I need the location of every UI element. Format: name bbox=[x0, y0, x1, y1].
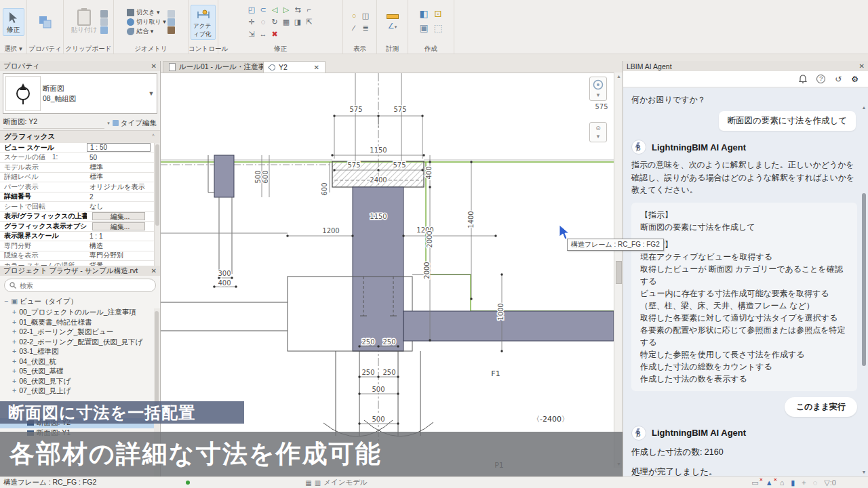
trim-icon[interactable]: ⌐ bbox=[304, 4, 315, 16]
property-value[interactable]: 標準 bbox=[87, 172, 160, 182]
property-value[interactable]: 構造 bbox=[87, 241, 160, 251]
pin-icon[interactable]: ⇱ bbox=[304, 16, 315, 28]
bulb-icon[interactable]: ○ bbox=[349, 10, 359, 22]
select-pinned-icon[interactable]: + bbox=[802, 479, 806, 487]
exclude-options-icon[interactable]: ▲× bbox=[766, 479, 773, 487]
property-value[interactable]: なし bbox=[87, 202, 160, 211]
cut-geometry-button[interactable]: 切り取り ▾ bbox=[127, 18, 165, 26]
scrollbar-thumb[interactable] bbox=[862, 193, 866, 366]
property-value[interactable]: 専門分野別 bbox=[87, 251, 160, 260]
selection-filter-icon[interactable]: ▽:0 bbox=[824, 479, 836, 487]
property-value[interactable]: 標準 bbox=[87, 163, 160, 172]
steering-wheel-control[interactable]: ▾ bbox=[589, 77, 607, 101]
ribbon-group-label[interactable]: 作成 bbox=[408, 44, 454, 54]
offset-icon[interactable]: ⊂ bbox=[258, 4, 269, 16]
tree-item[interactable]: +05_伏図_基礎 bbox=[0, 366, 160, 376]
extend-icon[interactable]: ↔ bbox=[258, 28, 269, 40]
property-row[interactable]: スケールの値 1: 50 bbox=[0, 153, 160, 163]
match-icon[interactable] bbox=[100, 26, 108, 34]
chevron-down-icon[interactable]: ▾ bbox=[107, 121, 110, 126]
delete-icon[interactable]: ✖ bbox=[269, 28, 280, 40]
tab-y2[interactable]: Y2 ✕ bbox=[263, 61, 326, 73]
scale-icon[interactable]: ◨ bbox=[292, 16, 303, 28]
modify-button[interactable]: 修正 bbox=[3, 8, 24, 36]
canvas-scrollbar[interactable]: ▲ ▼ bbox=[614, 73, 623, 468]
type-edit-button[interactable]: タイプ編集 bbox=[113, 119, 157, 128]
move-icon[interactable]: ✛ bbox=[246, 16, 257, 28]
run-button[interactable]: このまま実行 bbox=[785, 397, 857, 417]
property-value[interactable]: 1 : 50 bbox=[87, 143, 151, 152]
close-icon[interactable]: ✕ bbox=[151, 267, 157, 274]
mirror-axis-icon[interactable]: ◁ bbox=[269, 4, 280, 16]
activate-button[interactable]: アクティブ化 bbox=[191, 5, 216, 40]
wall-join-icon[interactable] bbox=[167, 18, 175, 26]
properties-icon[interactable] bbox=[37, 14, 54, 30]
tree-item[interactable]: +03-1_標準図 bbox=[0, 346, 160, 357]
property-row[interactable]: ビュー スケール 1 : 50 bbox=[0, 143, 160, 153]
close-icon[interactable]: ✕ bbox=[151, 62, 157, 70]
chevron-down-icon[interactable]: ▾ bbox=[597, 92, 600, 98]
chevron-down-icon[interactable]: ▾ bbox=[597, 133, 600, 140]
create-similar-icon[interactable]: ⊡ bbox=[431, 8, 445, 22]
create-group-icon[interactable]: ◧ bbox=[417, 8, 431, 22]
editable-only-icon[interactable]: ▭× bbox=[751, 479, 758, 487]
ribbon-group-label[interactable]: コントロール bbox=[189, 44, 218, 54]
tab-rule01[interactable]: ルール01 - ルール・注意事項 bbox=[163, 61, 279, 73]
tab-close-icon[interactable]: ✕ bbox=[314, 64, 319, 71]
property-value[interactable]: オリジナルを表示 bbox=[87, 182, 160, 192]
tree-item[interactable]: +00_プロジェクトのルール_注意事項 bbox=[0, 307, 160, 317]
history-icon[interactable]: ↺ bbox=[835, 75, 842, 84]
property-row[interactable]: グラフィックス表示オプション 編集... bbox=[0, 222, 160, 232]
beam-join-icon[interactable] bbox=[167, 10, 175, 18]
measure-angle-icon[interactable]: ∠▾ bbox=[388, 22, 397, 30]
rotate-icon[interactable]: ↻ bbox=[269, 16, 280, 28]
property-row[interactable]: 詳細番号 2 bbox=[0, 192, 160, 203]
tree-root-views[interactable]: −▣ ビュー（タイプ） bbox=[0, 296, 160, 307]
select-underlay-icon[interactable]: ◌ bbox=[813, 479, 818, 487]
join-button[interactable]: 結合 ▾ bbox=[127, 27, 165, 36]
tree-item[interactable]: +01_概要書_特記仕様書 bbox=[0, 317, 160, 327]
settings-gear-icon[interactable]: ⚙ bbox=[851, 75, 859, 84]
property-value[interactable]: 2 bbox=[87, 193, 160, 201]
property-value[interactable]: 編集... bbox=[92, 212, 145, 220]
demolish-icon[interactable] bbox=[167, 26, 175, 34]
scroll-up-icon[interactable]: ▲ bbox=[861, 105, 867, 110]
ribbon-group-label[interactable]: 表示 bbox=[343, 44, 376, 54]
ribbon-group-label[interactable]: クリップボード bbox=[64, 44, 113, 54]
tree-item[interactable]: +06_伏図_見下げ bbox=[0, 376, 160, 386]
zoom-control[interactable]: ⊙ ▾ bbox=[589, 122, 607, 142]
cut-icon[interactable] bbox=[100, 10, 108, 18]
paste-button[interactable]: 貼り付け bbox=[69, 9, 99, 35]
instance-selector[interactable]: 断面図: Y2 bbox=[3, 117, 104, 129]
tree-item[interactable]: +02-2_ボーリング_配置図_伏図_見下げ bbox=[0, 337, 160, 347]
scroll-down-icon[interactable]: ▼ bbox=[861, 470, 867, 474]
tree-item[interactable]: +07_伏図_見上げ bbox=[0, 386, 160, 396]
property-row[interactable]: パーツ表示 オリジナルを表示 bbox=[0, 182, 160, 192]
chevron-down-icon[interactable]: ▼ bbox=[146, 90, 157, 97]
override-icon[interactable]: ≣ bbox=[360, 22, 371, 34]
search-input[interactable] bbox=[20, 282, 121, 289]
copy-move-icon[interactable]: ◌ bbox=[258, 16, 269, 28]
browser-search[interactable] bbox=[4, 279, 156, 292]
tree-item[interactable]: +04_伏図_杭 bbox=[0, 357, 160, 367]
press-drag-icon[interactable]: ⌂ bbox=[780, 479, 785, 487]
graphics-section-header[interactable]: グラフィックス＾ bbox=[0, 130, 160, 143]
property-row[interactable]: モデル表示 標準 bbox=[0, 163, 160, 173]
property-value[interactable]: 50 bbox=[87, 154, 160, 161]
property-row[interactable]: 専門分野 構造 bbox=[0, 241, 160, 251]
select-links-icon[interactable]: ▮ bbox=[791, 479, 795, 487]
create-parts-icon[interactable]: ⬚ bbox=[431, 22, 445, 36]
close-icon[interactable]: ✕ bbox=[859, 62, 865, 70]
align-icon[interactable]: ◰ bbox=[246, 4, 257, 16]
property-row[interactable]: 隠線を表示 専門分野別 bbox=[0, 251, 160, 262]
main-model-indicator[interactable]: ▦ ▥ メインモデル bbox=[305, 478, 367, 487]
split-icon[interactable]: ⇆ bbox=[292, 4, 303, 16]
chat-scrollbar[interactable]: ▲ ▼ bbox=[861, 105, 867, 474]
property-row[interactable]: 表示限界スケール 1 : 1 bbox=[0, 232, 160, 242]
ribbon-group-label[interactable]: プロパティ bbox=[27, 44, 63, 54]
type-selector[interactable]: 断面図 08_軸組図 ▼ bbox=[3, 73, 157, 114]
copy-icon[interactable] bbox=[100, 18, 108, 26]
ribbon-group-label[interactable]: ジオメトリ bbox=[114, 44, 188, 54]
create-assembly-icon[interactable]: ▣ bbox=[417, 22, 431, 36]
ruler-icon[interactable] bbox=[387, 14, 399, 19]
